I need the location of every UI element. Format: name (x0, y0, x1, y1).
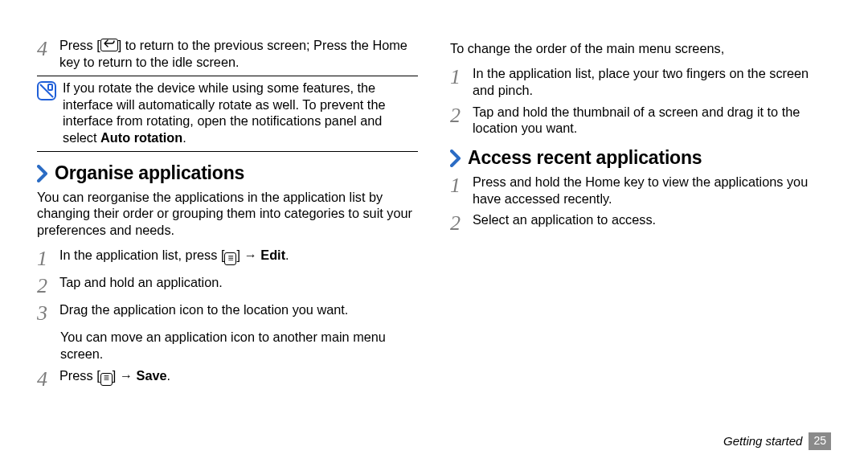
note-icon (37, 81, 56, 100)
reorder-intro: To change the order of the main menu scr… (450, 40, 831, 57)
step-continuation: You can move an application icon to anot… (60, 329, 418, 362)
step-number: 2 (450, 211, 473, 234)
step-row: 3 Drag the application icon to the locat… (37, 301, 418, 324)
step-number: 1 (37, 247, 59, 269)
step-text: Tap and hold an application. (59, 274, 418, 291)
svg-rect-1 (48, 84, 52, 90)
left-column: 4 Press [] to return to the previous scr… (37, 37, 434, 471)
step-text: In the application list, press [] → Edit… (59, 247, 418, 265)
step-text: Press [] → Save. (59, 367, 418, 386)
menu-key-icon (224, 252, 236, 265)
step-number: 1 (450, 65, 473, 88)
footer-section: Getting started (723, 433, 802, 448)
page-footer: Getting started 25 (723, 432, 831, 450)
note-text: If you rotate the device while using som… (63, 80, 418, 146)
heading-text: Access recent applications (468, 146, 702, 170)
heading-recent: Access recent applications (450, 146, 831, 170)
step-number: 4 (37, 367, 59, 390)
step-number: 1 (450, 174, 473, 196)
chevron-right-icon (450, 149, 461, 167)
step-row: 2 Tap and hold an application. (37, 274, 418, 297)
note-box: If you rotate the device while using som… (37, 76, 418, 152)
heading-organise: Organise applications (37, 162, 418, 185)
step-number: 2 (37, 274, 59, 297)
right-column: To change the order of the main menu scr… (434, 37, 831, 471)
step-number: 2 (450, 104, 473, 126)
step-number: 4 (37, 37, 59, 59)
step-row: 1 Press and hold the Home key to view th… (450, 174, 831, 207)
step-row: 4 Press [] → Save. (37, 367, 418, 390)
step-text: Select an application to access. (473, 211, 831, 228)
section-intro: You can reorganise the applications in t… (37, 189, 418, 240)
step-text: Press and hold the Home key to view the … (473, 174, 831, 207)
step-row: 1 In the application list, press [] → Ed… (37, 247, 418, 269)
page-number: 25 (809, 432, 831, 450)
back-key-icon (100, 39, 118, 51)
step-row: 2 Tap and hold the thumbnail of a screen… (450, 104, 831, 137)
chevron-right-icon (37, 165, 48, 182)
step-row: 2 Select an application to access. (450, 211, 831, 234)
step-text: Tap and hold the thumbnail of a screen a… (473, 104, 831, 137)
step-text: Drag the application icon to the locatio… (59, 301, 418, 318)
menu-key-icon (100, 373, 113, 386)
step-text: In the application list, place your two … (473, 65, 831, 99)
manual-page: 4 Press [] to return to the previous scr… (0, 0, 868, 471)
step-number: 3 (37, 301, 59, 324)
heading-text: Organise applications (55, 162, 244, 185)
step-row: 4 Press [] to return to the previous scr… (37, 37, 418, 71)
step-text: Press [] to return to the previous scree… (59, 37, 418, 71)
step-row: 1 In the application list, place your tw… (450, 65, 831, 99)
